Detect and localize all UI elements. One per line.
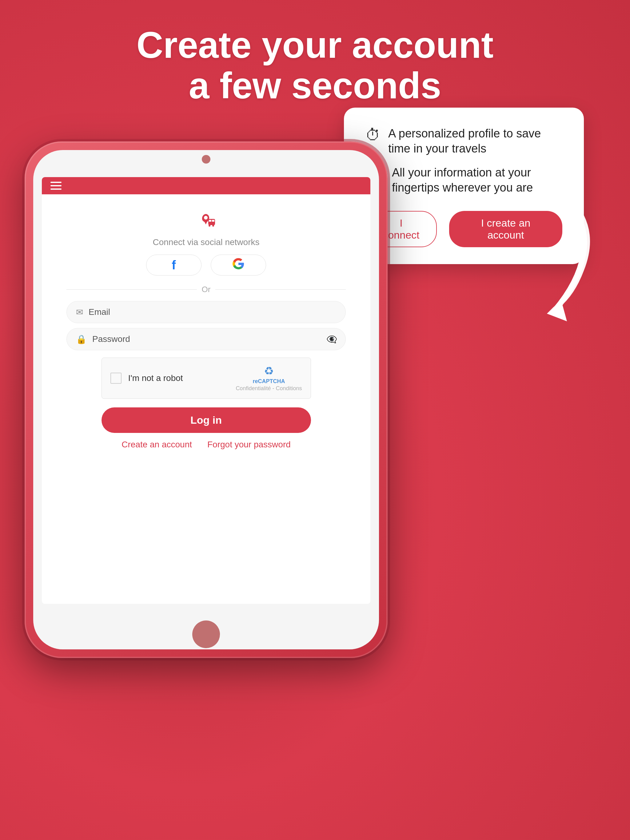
feature-row-1: ⏱ A personalized profile to save time in…: [366, 126, 562, 156]
password-field[interactable]: 🔒 Password: [66, 328, 346, 350]
recaptcha-privacy: Confidentialité - Conditions: [236, 385, 302, 392]
app-header: [42, 177, 370, 194]
app-logo: [195, 210, 217, 231]
recaptcha-checkbox[interactable]: [111, 373, 122, 384]
tablet-screen-area: Connect via social networks f: [33, 150, 379, 649]
main-title: Create your account a few seconds: [0, 25, 630, 106]
lock-icon: 🔒: [76, 334, 87, 344]
menu-icon[interactable]: [51, 182, 62, 190]
or-divider: Or: [66, 285, 346, 294]
password-placeholder: Password: [92, 334, 130, 344]
title-block: Create your account a few seconds: [0, 25, 630, 106]
feature-row-2: 🔗 All your information at your fingertip…: [366, 165, 562, 196]
tablet-home-button[interactable]: [192, 621, 220, 648]
feature-text-2: All your information at your fingertips …: [392, 165, 562, 196]
email-placeholder: Email: [89, 307, 110, 317]
svg-rect-4: [212, 220, 214, 222]
social-buttons: f: [146, 254, 266, 275]
login-button[interactable]: Log in: [101, 407, 311, 433]
arrow-icon: [529, 209, 590, 326]
create-account-link[interactable]: Create an account: [122, 440, 192, 450]
svg-rect-3: [209, 220, 211, 222]
facebook-login-button[interactable]: f: [146, 254, 201, 275]
password-row: 🔒 Password 👁‍🗨: [66, 328, 346, 350]
app-screen: Connect via social networks f: [42, 177, 370, 604]
app-content: Connect via social networks f: [42, 194, 370, 604]
logo-icon: [195, 210, 217, 231]
bottom-links: Create an account Forgot your password: [122, 440, 291, 450]
facebook-icon: f: [172, 258, 176, 272]
google-login-button[interactable]: [211, 254, 266, 275]
email-icon: ✉: [76, 307, 83, 317]
svg-point-5: [209, 225, 211, 227]
svg-point-6: [212, 225, 214, 227]
feature-text-1: A personalized profile to save time in y…: [388, 126, 562, 156]
recaptcha-box[interactable]: I'm not a robot ♻ reCAPTCHA Confidential…: [101, 358, 311, 399]
connect-via-label: Connect via social networks: [153, 237, 259, 247]
or-label: Or: [202, 285, 211, 294]
forgot-password-link[interactable]: Forgot your password: [207, 440, 291, 450]
tablet-device: Connect via social networks f: [25, 141, 388, 658]
svg-point-1: [204, 216, 207, 219]
tablet-frame: Connect via social networks f: [25, 141, 388, 658]
arrow-container: [529, 209, 590, 326]
recaptcha-label: I'm not a robot: [128, 373, 229, 383]
recaptcha-brand: reCAPTCHA: [253, 378, 285, 385]
recaptcha-logo: ♻ reCAPTCHA Confidentialité - Conditions: [236, 365, 302, 392]
google-icon: [232, 257, 245, 273]
email-field[interactable]: ✉ Email: [66, 301, 346, 323]
eye-toggle-icon[interactable]: 👁‍🗨: [326, 334, 337, 344]
tablet-camera: [202, 155, 211, 164]
